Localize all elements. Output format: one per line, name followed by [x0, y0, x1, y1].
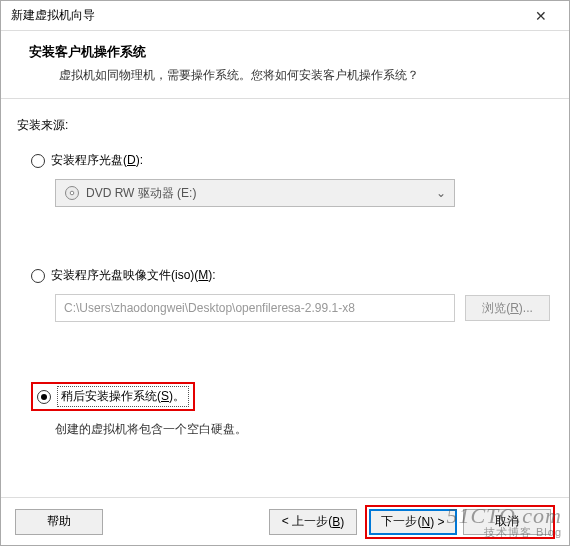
- titlebar: 新建虚拟机向导 ✕: [1, 1, 569, 31]
- install-later-desc: 创建的虚拟机将包含一个空白硬盘。: [55, 421, 553, 438]
- page-description: 虚拟机如同物理机，需要操作系统。您将如何安装客户机操作系统？: [59, 67, 559, 84]
- drive-select[interactable]: DVD RW 驱动器 (E:) ⌄: [55, 179, 455, 207]
- radio-label-disc: 安装程序光盘(D):: [51, 152, 143, 169]
- browse-button[interactable]: 浏览(R)...: [465, 295, 550, 321]
- wizard-content: 安装来源: 安装程序光盘(D): DVD RW 驱动器 (E:) ⌄: [1, 99, 569, 458]
- install-source-label: 安装来源:: [17, 117, 553, 134]
- radio-icon: [37, 390, 51, 404]
- vm-wizard-dialog: 新建虚拟机向导 ✕ 安装客户机操作系统 虚拟机如同物理机，需要操作系统。您将如何…: [0, 0, 570, 546]
- radio-iso[interactable]: 安装程序光盘映像文件(iso)(M):: [31, 267, 553, 284]
- option-installer-disc: 安装程序光盘(D): DVD RW 驱动器 (E:) ⌄: [31, 152, 553, 207]
- close-button[interactable]: ✕: [521, 2, 561, 30]
- chevron-down-icon: ⌄: [436, 186, 446, 200]
- option-iso: 安装程序光盘映像文件(iso)(M): C:\Users\zhaodongwei…: [31, 267, 553, 322]
- wizard-header: 安装客户机操作系统 虚拟机如同物理机，需要操作系统。您将如何安装客户机操作系统？: [1, 31, 569, 99]
- radio-icon: [31, 269, 45, 283]
- highlight-next-cancel: 下一步(N) > 取消: [365, 505, 555, 539]
- iso-path-field[interactable]: C:\Users\zhaodongwei\Desktop\openfileres…: [55, 294, 455, 322]
- radio-label-later: 稍后安装操作系统(S)。: [57, 386, 189, 407]
- next-button[interactable]: 下一步(N) >: [369, 509, 457, 535]
- radio-install-later[interactable]: 稍后安装操作系统(S)。: [37, 386, 189, 407]
- drive-select-value: DVD RW 驱动器 (E:): [86, 185, 196, 202]
- svg-point-1: [70, 191, 74, 195]
- option-install-later: 稍后安装操作系统(S)。 创建的虚拟机将包含一个空白硬盘。: [31, 382, 553, 438]
- wizard-footer: 帮助 < 上一步(B) 下一步(N) > 取消: [1, 497, 569, 545]
- cancel-button[interactable]: 取消: [463, 509, 551, 535]
- page-title: 安装客户机操作系统: [29, 43, 559, 61]
- disc-icon: [64, 185, 80, 201]
- radio-installer-disc[interactable]: 安装程序光盘(D):: [31, 152, 553, 169]
- window-title: 新建虚拟机向导: [11, 7, 521, 24]
- highlight-install-later: 稍后安装操作系统(S)。: [31, 382, 195, 411]
- back-button[interactable]: < 上一步(B): [269, 509, 357, 535]
- help-button[interactable]: 帮助: [15, 509, 103, 535]
- radio-icon: [31, 154, 45, 168]
- radio-label-iso: 安装程序光盘映像文件(iso)(M):: [51, 267, 216, 284]
